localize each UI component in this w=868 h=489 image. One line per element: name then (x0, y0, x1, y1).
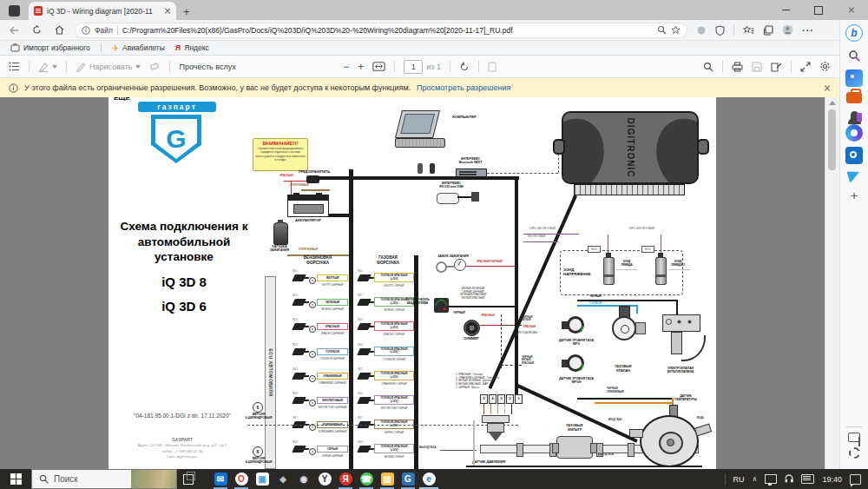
start-button[interactable] (0, 469, 31, 489)
browser-tab[interactable]: iQ 3D - Wiring diagram [2020-11 (29, 2, 176, 20)
ecu-tag: ECU (588, 246, 601, 253)
sidebar-toggle-icon[interactable] (848, 433, 860, 442)
opera-taskbar-icon[interactable]: O (231, 469, 252, 489)
menu-dots-icon[interactable]: ··· (802, 25, 814, 36)
erase-button[interactable] (149, 62, 161, 71)
window-close-button[interactable] (835, 0, 868, 20)
task-view-button[interactable] (177, 469, 200, 489)
highlight-button[interactable] (38, 62, 57, 72)
petrol-injector-icon (292, 348, 306, 355)
address-bar[interactable]: Файл C:/Program%20Files%20(x86)/GasPro/D… (75, 23, 687, 38)
lambda-1-sub: (перед катализатором) (610, 269, 643, 272)
back-button[interactable] (5, 23, 23, 38)
view-permissions-link[interactable]: Просмотреть разрешения (417, 83, 510, 92)
touch-keyboard-icon[interactable] (801, 474, 814, 484)
page-number-input[interactable]: 1 (404, 60, 423, 74)
bing-chat-icon[interactable]: b (845, 24, 863, 42)
petrol-wire-sublabel: КРАСНО-ЧЁРНЫЙ (317, 332, 348, 335)
petrol-wire-label: ГОЛУБОЙ (317, 348, 348, 355)
notification-center-icon[interactable] (850, 474, 861, 485)
fullscreen-button[interactable] (800, 62, 811, 72)
wpg-red-label: КРАСНЫЙ (523, 326, 536, 328)
tools-icon[interactable] (846, 92, 862, 103)
explorer-taskbar-icon[interactable]: ▤ (377, 469, 398, 489)
injector-tag: INJ 2 (293, 294, 298, 297)
chevron-down-icon[interactable] (52, 65, 57, 69)
tray-chevron-icon[interactable]: ∧ (753, 475, 758, 483)
drop-icon[interactable] (846, 168, 862, 183)
camera-app-taskbar-icon[interactable]: ◉ (293, 469, 314, 489)
chevron-down-icon[interactable] (135, 65, 141, 69)
sidebar-add-icon[interactable]: + (845, 187, 863, 204)
save-button[interactable] (752, 62, 762, 72)
outlook-icon[interactable] (845, 147, 863, 164)
profile-avatar[interactable] (782, 24, 793, 36)
toolbar-divider (394, 61, 395, 72)
notice-close-icon[interactable] (824, 84, 831, 91)
taskbar-search-box[interactable]: Поиск (31, 469, 177, 489)
home-button[interactable] (50, 23, 68, 38)
y-app-taskbar-icon[interactable]: Y (314, 469, 335, 489)
gis-taskbar-icon[interactable]: G (398, 469, 418, 489)
whatsapp-taskbar-icon[interactable]: ☎ (356, 469, 377, 489)
window-maximize-button[interactable] (802, 0, 835, 20)
audio-icon[interactable] (785, 474, 793, 485)
import-favorites-button[interactable]: Импорт избранного (10, 43, 90, 52)
zoom-out-button[interactable]: − (343, 61, 349, 73)
find-on-page-icon[interactable] (657, 25, 667, 35)
new-tab-button[interactable]: + (183, 6, 190, 18)
bookmark-yandex[interactable]: Я Яндекс (175, 43, 209, 52)
toc-button[interactable] (9, 62, 20, 71)
extension-icon[interactable] (696, 25, 707, 36)
favorites-icon[interactable] (743, 25, 754, 36)
pdf-scrollbar[interactable] (825, 97, 839, 469)
rotate-button[interactable] (459, 62, 470, 72)
search-document-button[interactable] (703, 62, 713, 72)
bluetooth-interface-label: ИНТЕРФЕЙС Bluetooth NEXT (449, 157, 492, 164)
edge-taskbar-icon[interactable]: e (418, 469, 439, 489)
scroll-up-arrow[interactable] (829, 101, 836, 105)
defender-taskbar-icon[interactable]: ◆ (273, 469, 293, 489)
injector-row: INJ 3✕КРАСНЫЙКРАСНО-ЧЁРНЫЙINJ 3ГОЛУБОЙ-К… (293, 319, 418, 343)
read-aloud-button[interactable]: Прочесть вслух (179, 63, 235, 71)
pressure-sensor-body (487, 423, 504, 433)
games-icon[interactable] (845, 124, 863, 142)
page-view-button[interactable] (488, 62, 497, 72)
workspaces-icon[interactable] (9, 5, 20, 17)
window-minimize-button[interactable] (769, 0, 802, 20)
bookmark-tickets[interactable]: ✈ Авиабилеты (112, 43, 165, 53)
pdf-viewport[interactable]: ЕЩЕ газпарт G Схема подключения к автомо… (0, 97, 825, 469)
sidebar-search-icon[interactable] (845, 47, 863, 64)
petrol-wire-label: КРАСНЫЙ (317, 323, 348, 330)
language-indicator[interactable]: RU (733, 475, 745, 484)
draw-button[interactable]: Нарисовать (76, 62, 141, 72)
sidebar-settings-icon[interactable] (849, 447, 860, 459)
shield-extension-icon[interactable] (715, 25, 725, 36)
network-icon[interactable] (765, 474, 777, 484)
add-favorite-icon[interactable] (671, 25, 681, 35)
microsoft365-icon[interactable] (851, 111, 858, 119)
zoom-in-button[interactable]: + (358, 61, 364, 73)
save-as-button[interactable] (771, 62, 782, 72)
search-highlight-image[interactable] (131, 470, 176, 489)
clock[interactable]: 19:40 (822, 475, 842, 484)
mail-taskbar-icon[interactable]: ✉ (210, 469, 231, 489)
ignition-key-icon (436, 261, 447, 273)
gas-filter-component (556, 436, 593, 459)
scrollbar-thumb[interactable] (828, 109, 836, 170)
url-text[interactable]: C:/Program%20Files%20(x86)/GasPro/Docs/i… (122, 26, 653, 35)
print-button[interactable] (732, 62, 743, 72)
shopping-icon[interactable] (845, 69, 863, 87)
fit-to-width-button[interactable] (372, 62, 385, 71)
pdf-settings-button[interactable] (819, 61, 831, 72)
tab-close-icon[interactable] (164, 8, 171, 15)
multivalve-body (662, 314, 700, 332)
photos-taskbar-icon[interactable]: ▣ (252, 469, 273, 489)
yandex-browser-taskbar-icon[interactable]: Я (335, 469, 356, 489)
info-icon[interactable] (82, 26, 90, 35)
notice-text: У этого файла есть ограниченные разрешен… (24, 83, 411, 92)
gas-wire-label: ГОЛУБОЙ-КРАСНЫЙ(+12V) (374, 395, 414, 405)
refresh-button[interactable] (28, 23, 45, 38)
injector-tag: INJ 1 (358, 270, 363, 273)
collections-icon[interactable] (763, 25, 773, 36)
